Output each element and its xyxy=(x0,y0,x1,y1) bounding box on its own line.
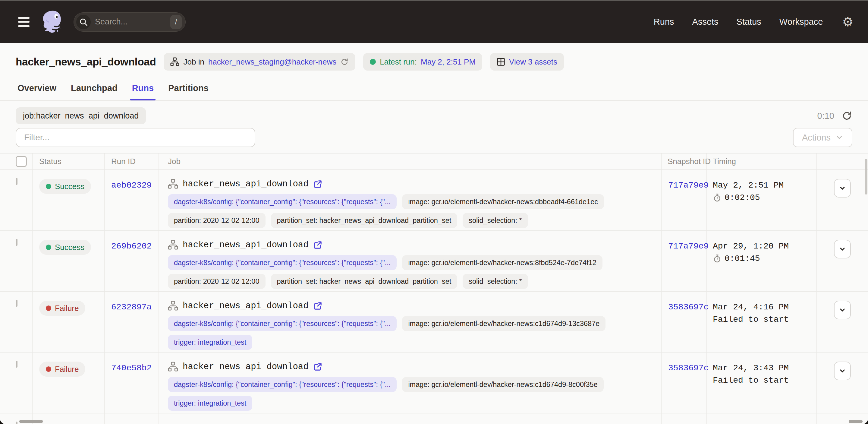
row-timing-cell: Mar 24, 4:16 PM Failed to start xyxy=(707,292,817,352)
horizontal-scrollbar-left[interactable] xyxy=(19,420,43,423)
row-checkbox-cell xyxy=(0,353,33,413)
run-tag[interactable]: image: gcr.io/elementl-dev/hacker-news:d… xyxy=(402,194,604,209)
row-actions-cell xyxy=(817,292,868,352)
view-assets-link[interactable]: View 3 assets xyxy=(509,57,557,67)
snapshot-id-link[interactable]: 3583697c xyxy=(668,302,709,312)
nav-status[interactable]: Status xyxy=(737,17,761,27)
run-tag[interactable]: dagster-k8s/config: {"container_config":… xyxy=(168,255,397,270)
tab-partitions[interactable]: Partitions xyxy=(166,83,210,100)
run-id-link[interactable]: 269b6202 xyxy=(111,242,152,251)
reload-icon[interactable] xyxy=(340,58,349,66)
row-job-cell: hacker_news_api_download dagster-k8s/con… xyxy=(159,170,661,231)
tag-line-2: trigger: integration_test xyxy=(168,396,661,411)
table-row: Failure 740e58b2 hacker_news_api_downloa… xyxy=(0,353,868,414)
run-tag[interactable]: dagster-k8s/config: {"container_config":… xyxy=(168,316,397,331)
external-link-icon[interactable] xyxy=(313,179,322,189)
job-filter-chip[interactable]: job:hacker_news_api_download xyxy=(16,108,146,124)
row-status-cell: Failure xyxy=(33,292,104,352)
row-status-cell xyxy=(33,414,104,424)
run-tag[interactable]: image: gcr.io/elementl-dev/hacker-news:c… xyxy=(402,377,603,392)
status-dot-icon xyxy=(46,305,51,311)
row-status-cell: Success xyxy=(33,231,104,291)
gear-icon[interactable]: ⚙ xyxy=(842,16,854,28)
chevron-down-icon xyxy=(838,184,846,192)
row-job-cell: hacker_news_api_download dagster-k8s/con… xyxy=(159,231,661,291)
tab-runs[interactable]: Runs xyxy=(130,83,156,100)
actions-label: Actions xyxy=(802,133,831,143)
external-link-icon[interactable] xyxy=(313,301,322,311)
actions-button[interactable]: Actions xyxy=(793,128,852,147)
row-menu-button[interactable] xyxy=(834,362,851,380)
run-tag[interactable]: trigger: integration_test xyxy=(168,335,252,350)
run-tag[interactable]: trigger: integration_test xyxy=(168,396,252,411)
menu-icon[interactable] xyxy=(14,16,33,29)
table-header-row: Status Run ID Job Snapshot ID Timing xyxy=(0,153,868,170)
run-tag[interactable]: image: gcr.io/elementl-dev/hacker-news:8… xyxy=(402,255,602,270)
run-tag[interactable]: partition_set: hacker_news_api_download_… xyxy=(271,274,458,289)
run-id-link[interactable]: aeb02329 xyxy=(111,181,152,190)
run-tag[interactable]: dagster-k8s/config: {"container_config":… xyxy=(168,194,397,209)
run-tag[interactable]: partition: 2020-12-02-12:00 xyxy=(168,213,266,228)
external-link-icon[interactable] xyxy=(313,362,322,371)
header-job: Job xyxy=(159,153,661,170)
tag-line-2: trigger: integration_test xyxy=(168,335,661,350)
row-checkbox[interactable] xyxy=(16,422,18,424)
table-row: Failure 6232897a hacker_news_api_downloa… xyxy=(0,292,868,353)
tab-launchpad[interactable]: Launchpad xyxy=(69,83,119,100)
run-id-link[interactable]: 6232897a xyxy=(111,302,152,312)
snapshot-id-link[interactable]: 717a79e9 xyxy=(668,181,709,190)
row-snapshot-cell: 717a79e9 xyxy=(661,170,707,231)
external-link-icon[interactable] xyxy=(313,240,322,250)
nav-assets[interactable]: Assets xyxy=(692,17,718,27)
run-tag[interactable]: image: gcr.io/elementl-dev/hacker-news:c… xyxy=(402,316,606,331)
select-all-checkbox[interactable] xyxy=(16,156,27,167)
page-tabs: Overview Launchpad Runs Partitions xyxy=(0,83,868,100)
filter-toolbar: job:hacker_news_api_download 0:10 xyxy=(0,108,868,124)
status-pill: Success xyxy=(39,240,91,255)
job-name: hacker_news_api_download xyxy=(183,179,309,189)
latest-run-dot-icon xyxy=(370,59,376,65)
filter-input[interactable] xyxy=(16,128,255,147)
snapshot-id-link[interactable]: 3583697c xyxy=(668,363,709,373)
nav-workspace[interactable]: Workspace xyxy=(779,17,823,27)
tag-line-1: dagster-k8s/config: {"container_config":… xyxy=(168,255,661,270)
tag-line-1: dagster-k8s/config: {"container_config":… xyxy=(168,316,661,331)
tab-overview[interactable]: Overview xyxy=(16,83,58,100)
status-dot-icon xyxy=(46,245,51,250)
run-id-link[interactable]: 740e58b2 xyxy=(111,363,152,373)
row-checkbox[interactable] xyxy=(16,239,18,246)
row-menu-button[interactable] xyxy=(834,179,851,198)
run-tag[interactable]: solid_selection: * xyxy=(463,213,528,228)
run-tag[interactable]: dagster-k8s/config: {"container_config":… xyxy=(168,377,397,392)
global-search[interactable]: / xyxy=(73,12,186,32)
snapshot-id-link[interactable]: 717a79e9 xyxy=(668,242,709,251)
status-label: Success xyxy=(55,243,84,252)
row-checkbox[interactable] xyxy=(16,361,18,368)
refresh-icon[interactable] xyxy=(841,110,852,121)
run-tag[interactable]: partition: 2020-12-02-12:00 xyxy=(168,274,266,289)
header-checkbox-cell xyxy=(0,153,33,170)
header-run-id: Run ID xyxy=(104,153,159,170)
row-checkbox-cell xyxy=(0,170,33,231)
run-tag[interactable]: solid_selection: * xyxy=(463,274,528,289)
row-timing-cell: Mar 24, 3:43 PM Failed to start xyxy=(707,353,817,413)
search-shortcut-badge: / xyxy=(170,15,182,29)
repo-link[interactable]: hacker_news_staging@hacker-news xyxy=(208,57,336,67)
nav-runs[interactable]: Runs xyxy=(654,17,674,27)
horizontal-scrollbar-right[interactable] xyxy=(849,420,863,423)
vertical-scrollbar-thumb[interactable] xyxy=(865,159,867,194)
row-checkbox[interactable] xyxy=(16,300,18,307)
page-header: hacker_news_api_download Job in hacker_n… xyxy=(0,53,868,70)
stopwatch-icon xyxy=(713,254,721,263)
search-input[interactable] xyxy=(95,17,170,27)
latest-run-time-link[interactable]: May 2, 2:51 PM xyxy=(421,57,475,67)
header-timing: Timing xyxy=(707,153,817,170)
tag-line-2: partition: 2020-12-02-12:00partition_set… xyxy=(168,213,661,228)
header-status: Status xyxy=(33,153,104,170)
row-menu-button[interactable] xyxy=(834,301,851,320)
row-menu-button[interactable] xyxy=(834,240,851,259)
job-name: hacker_news_api_download xyxy=(183,301,309,311)
dagster-logo-icon[interactable] xyxy=(40,9,66,35)
row-checkbox[interactable] xyxy=(16,178,18,185)
run-tag[interactable]: partition_set: hacker_news_api_download_… xyxy=(271,213,458,228)
